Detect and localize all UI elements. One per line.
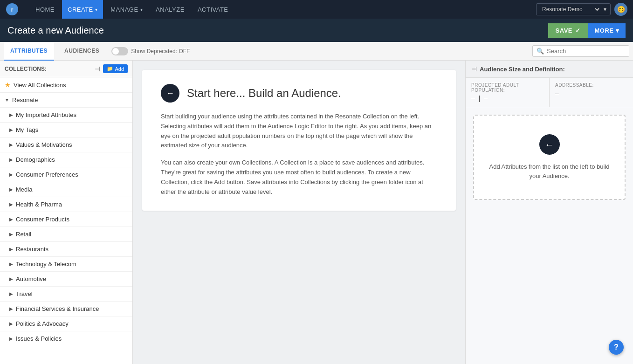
item-expand-icon: ▶ <box>9 232 13 237</box>
subheader: Create a new Audience SAVE ✓ MORE ▾ <box>0 19 633 42</box>
toolbar: ATTRIBUTES AUDIENCES Show Deprecated: OF… <box>0 42 633 61</box>
main-layout: Collections: ⊣ 📁 Add ★ View All Collecti… <box>0 61 633 364</box>
welcome-title: Start here... Build an Audience. <box>187 87 341 100</box>
audience-placeholder: ← Add Attributes from the list on the le… <box>473 115 626 200</box>
demo-caret-icon: ▾ <box>604 6 606 13</box>
demo-select-input[interactable]: Resonate Demo <box>540 6 601 13</box>
sidebar-item-travel[interactable]: ▶ Travel <box>0 287 132 302</box>
create-caret-icon: ▾ <box>95 7 98 12</box>
nav-home[interactable]: HOME <box>30 0 60 19</box>
tab-attributes[interactable]: ATTRIBUTES <box>4 42 54 61</box>
tree-resonate[interactable]: ▼ Resonate <box>0 93 132 108</box>
sidebar-item-media[interactable]: ▶ Media <box>0 182 132 197</box>
sidebar-item-my-imported-attributes[interactable]: ▶ My Imported Attributes <box>0 108 132 123</box>
welcome-paragraph-2: You can also create your own Collections… <box>161 158 437 197</box>
right-panel-collapse-icon[interactable]: ⊣ <box>471 65 477 73</box>
resonate-expand-icon: ▼ <box>5 97 9 103</box>
item-expand-icon: ▶ <box>9 172 13 177</box>
sidebar-item-consumer-products[interactable]: ▶ Consumer Products <box>0 212 132 227</box>
logo-icon: r <box>6 3 19 16</box>
demo-selector[interactable]: Resonate Demo ▾ <box>536 3 611 15</box>
sidebar-item-values-motivations[interactable]: ▶ Values & Motivations <box>0 137 132 152</box>
right-panel: ⊣ Audience Size and Definition: PROJECTE… <box>465 61 633 364</box>
sidebar-item-issues-policies[interactable]: ▶ Issues & Policies <box>0 331 132 346</box>
subheader-actions: SAVE ✓ MORE ▾ <box>548 23 626 38</box>
nav-analyze[interactable]: ANALYZE <box>150 0 190 19</box>
nav-create[interactable]: CREATE ▾ <box>62 0 103 19</box>
add-folder-icon: 📁 <box>107 66 113 72</box>
projected-label: PROJECTED ADULT POPULATION: <box>471 82 544 93</box>
sidebar-item-technology-telecom[interactable]: ▶ Technology & Telecom <box>0 257 132 272</box>
more-button[interactable]: MORE ▾ <box>588 23 626 38</box>
right-panel-header: ⊣ Audience Size and Definition: <box>466 61 633 78</box>
sidebar-header: Collections: ⊣ 📁 Add <box>0 61 132 77</box>
back-button[interactable]: ← <box>161 84 179 103</box>
toggle-container: Show Deprecated: OFF <box>111 47 190 55</box>
item-expand-icon: ▶ <box>9 291 13 296</box>
toggle-knob <box>112 48 119 55</box>
item-expand-icon: ▶ <box>9 202 13 207</box>
top-nav: r HOME CREATE ▾ MANAGE ▾ ANALYZE ACTIVAT… <box>0 0 633 19</box>
checkmark-icon: ✓ <box>575 27 581 34</box>
item-expand-icon: ▶ <box>9 306 13 311</box>
item-expand-icon: ▶ <box>9 276 13 282</box>
search-wrapper: 🔍 <box>532 45 629 57</box>
deprecated-toggle[interactable] <box>111 47 128 55</box>
view-all-collections[interactable]: ★ View All Collections <box>0 77 132 93</box>
sidebar-collapse-button[interactable]: ⊣ <box>95 65 100 73</box>
tab-audiences[interactable]: AUDIENCES <box>58 42 106 61</box>
item-expand-icon: ▶ <box>9 187 13 192</box>
add-collection-button[interactable]: 📁 Add <box>103 64 128 73</box>
manage-caret-icon: ▾ <box>140 7 143 12</box>
page-title: Create a new Audience <box>7 25 104 36</box>
welcome-header: ← Start here... Build an Audience. <box>161 84 437 103</box>
stats-row: PROJECTED ADULT POPULATION: – | – ADDRES… <box>466 78 633 107</box>
search-input[interactable] <box>547 48 625 55</box>
right-panel-title: Audience Size and Definition: <box>480 66 565 73</box>
help-button[interactable]: ? <box>609 340 624 355</box>
projected-value: – | – <box>471 95 544 102</box>
sidebar-item-financial-services-insurance[interactable]: ▶ Financial Services & Insurance <box>0 302 132 316</box>
more-caret-icon: ▾ <box>616 27 619 34</box>
collections-label: Collections: <box>5 66 47 72</box>
welcome-body: Start building your audience using the a… <box>161 112 437 197</box>
sidebar-item-restaurants[interactable]: ▶ Restaurants <box>0 242 132 257</box>
sidebar-items: ▶ My Imported Attributes ▶ My Tags ▶ Val… <box>0 108 132 346</box>
center-content: ← Start here... Build an Audience. Start… <box>133 61 465 364</box>
item-expand-icon: ▶ <box>9 261 13 267</box>
search-icon: 🔍 <box>537 48 544 55</box>
star-icon: ★ <box>5 81 11 89</box>
save-button[interactable]: SAVE ✓ <box>548 23 588 38</box>
avatar[interactable]: 😊 <box>614 3 627 16</box>
addressable-label: ADDRESSABLE: <box>555 82 627 88</box>
welcome-card: ← Start here... Build an Audience. Start… <box>142 70 456 211</box>
svg-text:r: r <box>11 7 14 13</box>
item-expand-icon: ▶ <box>9 217 13 222</box>
logo[interactable]: r <box>6 3 21 16</box>
toggle-label: Show Deprecated: OFF <box>131 48 190 55</box>
sidebar-item-automotive[interactable]: ▶ Automotive <box>0 272 132 287</box>
sidebar-item-demographics[interactable]: ▶ Demographics <box>0 152 132 167</box>
item-expand-icon: ▶ <box>9 142 13 147</box>
sidebar-item-my-tags[interactable]: ▶ My Tags <box>0 123 132 137</box>
projected-stat: PROJECTED ADULT POPULATION: – | – <box>466 78 550 107</box>
welcome-paragraph-1: Start building your audience using the a… <box>161 112 437 151</box>
nav-right: Resonate Demo ▾ 😊 <box>536 3 627 16</box>
item-expand-icon: ▶ <box>9 247 13 252</box>
item-expand-icon: ▶ <box>9 157 13 162</box>
sidebar-item-retail[interactable]: ▶ Retail <box>0 227 132 242</box>
sidebar-item-health-pharma[interactable]: ▶ Health & Pharma <box>0 197 132 212</box>
search-bar: 🔍 <box>532 45 629 57</box>
nav-manage[interactable]: MANAGE ▾ <box>105 0 148 19</box>
sidebar-item-consumer-preferences[interactable]: ▶ Consumer Preferences <box>0 167 132 182</box>
item-expand-icon: ▶ <box>9 336 13 341</box>
item-expand-icon: ▶ <box>9 321 13 326</box>
nav-activate[interactable]: ACTIVATE <box>192 0 234 19</box>
sidebar-header-actions: ⊣ 📁 Add <box>95 64 128 73</box>
placeholder-text: Add Attributes from the list on the left… <box>483 162 615 180</box>
sidebar-item-politics-advocacy[interactable]: ▶ Politics & Advocacy <box>0 316 132 331</box>
nav-items: HOME CREATE ▾ MANAGE ▾ ANALYZE ACTIVATE <box>30 0 536 19</box>
sidebar: Collections: ⊣ 📁 Add ★ View All Collecti… <box>0 61 133 364</box>
addressable-value: – <box>555 89 627 97</box>
item-expand-icon: ▶ <box>9 112 13 117</box>
